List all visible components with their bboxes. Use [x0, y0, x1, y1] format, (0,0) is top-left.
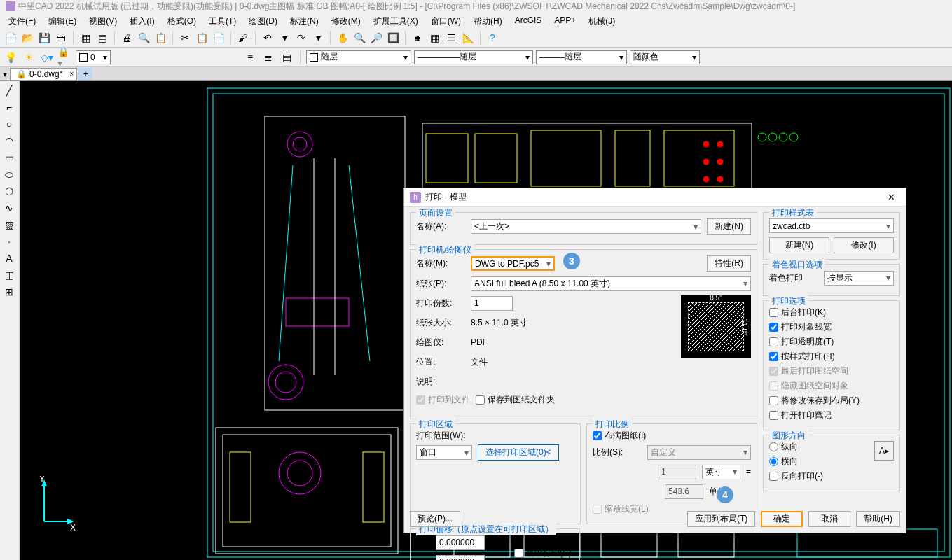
arc-tool-icon[interactable]: ◠	[1, 133, 17, 148]
layer-icon[interactable]: ◇▾	[39, 50, 55, 65]
style-combo[interactable]: zwcad.ctb	[769, 218, 894, 233]
menu-帮助(H)[interactable]: 帮助(H)	[468, 14, 508, 27]
tab-drop-icon[interactable]: ▾	[0, 69, 10, 79]
zoom-icon[interactable]: 🔍	[352, 30, 367, 46]
fit-check[interactable]	[593, 431, 602, 440]
spline-tool-icon[interactable]: ∿	[1, 200, 17, 216]
calc-icon[interactable]: 🖩	[410, 30, 425, 46]
printer-props-button[interactable]: 特性(R)	[707, 255, 751, 272]
redo-drop-icon[interactable]: ▾	[310, 30, 326, 46]
help-button[interactable]: 帮助(H)	[856, 511, 900, 527]
save-folder-check[interactable]	[476, 396, 485, 405]
paper-combo[interactable]: ANSI full bleed A (8.50 x 11.00 英寸)	[471, 276, 751, 291]
rect-tool-icon[interactable]: ▭	[1, 150, 17, 165]
hatch-tool-icon[interactable]: ▨	[1, 217, 17, 232]
ellipse-tool-icon[interactable]: ⬭	[1, 167, 17, 182]
pline-tool-icon[interactable]: ⌐	[1, 99, 17, 115]
preview-icon[interactable]: 🔍	[136, 30, 151, 46]
props-icon[interactable]: ☰	[443, 30, 459, 46]
copy-icon[interactable]: 📋	[194, 30, 209, 46]
linetype-icon[interactable]: ≡	[242, 50, 258, 65]
shade-combo[interactable]: 按显示	[824, 271, 894, 286]
add-tab-button[interactable]: +	[78, 68, 92, 80]
paste-icon[interactable]: 📄	[211, 30, 226, 46]
opt-check-1[interactable]	[769, 323, 778, 332]
block-tool-icon[interactable]: ◫	[1, 267, 17, 283]
menu-扩展工具(X)[interactable]: 扩展工具(X)	[368, 14, 424, 27]
layout2-icon[interactable]: ▤	[95, 30, 110, 46]
lock-icon[interactable]: 🔒▾	[57, 50, 73, 65]
style-new-button[interactable]: 新建(N)	[769, 237, 829, 253]
scale-unit-combo[interactable]: 英寸	[702, 465, 740, 479]
pan-icon[interactable]: ✋	[335, 30, 350, 46]
style-edit-button[interactable]: 修改(I)	[834, 237, 894, 253]
select-area-button[interactable]: 选择打印区域(0)<	[478, 444, 559, 461]
publish-icon[interactable]: 📋	[153, 30, 168, 46]
menu-机械(J)[interactable]: 机械(J)	[583, 14, 621, 27]
opt-check-6[interactable]	[769, 396, 778, 405]
print-icon[interactable]: 🖨	[119, 30, 134, 46]
zoom-win-icon[interactable]: 🔲	[385, 30, 401, 46]
opt-check-2[interactable]	[769, 337, 778, 346]
menu-工具(T)[interactable]: 工具(T)	[203, 14, 242, 27]
layer-combo-2[interactable]: ————— 随层	[414, 50, 533, 64]
ok-button[interactable]: 确定	[761, 511, 803, 527]
menu-标注(N)[interactable]: 标注(N)	[284, 14, 324, 27]
layer-combo-4[interactable]: 随颜色	[630, 50, 700, 64]
offset-x-input[interactable]	[436, 536, 485, 550]
grid-icon[interactable]: ▦	[427, 30, 442, 46]
text-tool-icon[interactable]: A	[1, 251, 17, 266]
cut-icon[interactable]: ✂	[177, 30, 193, 46]
apply-button[interactable]: 应用到布局(T)	[687, 511, 755, 527]
close-tab-icon[interactable]: ×	[70, 70, 74, 78]
point-tool-icon[interactable]: ·	[1, 234, 17, 249]
help-icon[interactable]: ?	[485, 30, 500, 46]
copies-input[interactable]	[471, 296, 513, 311]
menu-窗口(W)[interactable]: 窗口(W)	[425, 14, 467, 27]
menu-绘图(D)[interactable]: 绘图(D)	[243, 14, 283, 27]
layer-combo-1[interactable]: 随层	[306, 50, 411, 64]
menu-修改(M)[interactable]: 修改(M)	[326, 14, 366, 27]
polygon-tool-icon[interactable]: ⬡	[1, 183, 17, 199]
preview-button[interactable]: 预览(P)...	[410, 511, 460, 527]
table-tool-icon[interactable]: ⊞	[1, 284, 17, 300]
center-check[interactable]	[514, 549, 523, 558]
undo-icon[interactable]: ↶	[260, 30, 275, 46]
cancel-button[interactable]: 取消	[808, 511, 850, 527]
match-icon[interactable]: 🖌	[235, 30, 251, 46]
opt-check-3[interactable]	[769, 352, 778, 361]
design-icon[interactable]: 📐	[460, 30, 476, 46]
save-icon[interactable]: 💾	[36, 30, 52, 46]
offset-y-input[interactable]	[436, 555, 485, 561]
line-tool-icon[interactable]: ╱	[1, 83, 17, 98]
sun-icon[interactable]: ☀	[21, 50, 36, 65]
new-setup-button[interactable]: 新建(N)	[707, 218, 751, 234]
printer-name-combo[interactable]: DWG to PDF.pc5	[471, 256, 555, 271]
opt-check-0[interactable]	[769, 308, 778, 317]
undo-drop-icon[interactable]: ▾	[277, 30, 292, 46]
close-icon[interactable]: ×	[883, 191, 900, 204]
menu-视图(V)[interactable]: 视图(V)	[83, 14, 123, 27]
menu-APP+[interactable]: APP+	[549, 14, 581, 27]
circle-tool-icon[interactable]: ○	[1, 116, 17, 132]
menu-文件(F)[interactable]: 文件(F)	[3, 14, 41, 27]
open-icon[interactable]: 📂	[20, 30, 35, 46]
redo-icon[interactable]: ↷	[294, 30, 309, 46]
color-combo[interactable]: 0	[76, 50, 111, 64]
opt-check-7[interactable]	[769, 411, 778, 420]
menu-编辑(E)[interactable]: 编辑(E)	[43, 14, 82, 27]
page-setup-combo[interactable]: <上一次>	[471, 219, 701, 234]
range-combo[interactable]: 窗口	[416, 445, 472, 460]
new-icon[interactable]: 📄	[3, 30, 18, 46]
zoom-ext-icon[interactable]: 🔎	[368, 30, 384, 46]
reverse-check[interactable]	[769, 472, 778, 481]
layout-icon[interactable]: ▦	[78, 30, 93, 46]
layer-combo-3[interactable]: ——— 随层	[536, 50, 627, 64]
menu-插入(I)[interactable]: 插入(I)	[124, 14, 160, 27]
saveall-icon[interactable]: 🗃	[53, 30, 69, 46]
menu-ArcGIS[interactable]: ArcGIS	[509, 14, 548, 27]
menu-格式(O)[interactable]: 格式(O)	[162, 14, 202, 27]
landscape-radio[interactable]	[769, 457, 778, 466]
portrait-radio[interactable]	[769, 442, 778, 451]
file-tab[interactable]: 🔒 0-0.dwg* ×	[10, 68, 77, 80]
